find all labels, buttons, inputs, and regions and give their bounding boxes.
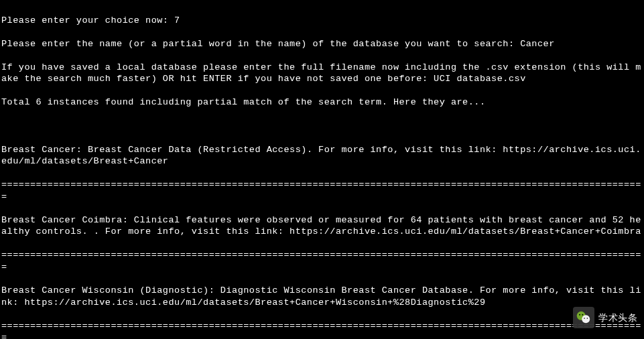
choice-prompt: Please enter your choice now: (1, 15, 174, 25)
prompt-line-choice: Please enter your choice now: 7 (1, 15, 643, 27)
result-description: Breast Cancer Data (Restricted Access) (88, 145, 307, 155)
file-prompt: If you have saved a local database pleas… (1, 62, 641, 84)
name-prompt: Please enter the name (or a partial word… (1, 39, 520, 49)
result-url: https://archive.ics.uci.edu/ml/datasets/… (289, 226, 641, 236)
wechat-icon (573, 307, 594, 328)
result-title: Breast Cancer (1, 145, 76, 155)
svg-point-2 (579, 314, 580, 316)
name-input[interactable]: Cancer (520, 39, 555, 49)
svg-point-5 (587, 318, 588, 319)
separator-line: ========================================… (1, 320, 643, 339)
result-entry: Breast Cancer: Breast Cancer Data (Restr… (1, 144, 643, 167)
file-input[interactable]: UCI database.csv (434, 74, 526, 84)
result-link-intro: . For more info, visit this link: (94, 226, 289, 236)
result-link-intro: . For more info, visit this link: (307, 145, 503, 155)
separator-line: ========================================… (1, 179, 643, 202)
result-title: Breast Cancer Wisconsin (Diagnostic) (1, 285, 209, 295)
result-title: Breast Cancer Coimbra (1, 215, 123, 225)
result-entry: Breast Cancer Wisconsin (Diagnostic): Di… (1, 285, 643, 308)
prompt-line-name: Please enter the name (or a partial word… (1, 38, 643, 50)
separator-line: ========================================… (1, 249, 643, 273)
svg-point-3 (582, 314, 583, 316)
watermark-text: 学术头条 (598, 312, 637, 324)
watermark: 学术头条 (573, 307, 637, 328)
result-entry: Breast Cancer Coimbra: Clinical features… (1, 214, 643, 238)
choice-input[interactable]: 7 (174, 15, 180, 25)
result-url: https://archive.ics.uci.edu/ml/datasets/… (24, 297, 485, 308)
result-description: Diagnostic Wisconsin Breast Cancer Datab… (220, 285, 468, 295)
svg-point-4 (584, 318, 585, 319)
result-summary: Total 6 instances found including partia… (1, 96, 643, 109)
terminal-output: Please enter your choice now: 7 Please e… (1, 3, 643, 339)
prompt-line-file: If you have saved a local database pleas… (1, 62, 643, 85)
svg-point-1 (582, 315, 590, 323)
